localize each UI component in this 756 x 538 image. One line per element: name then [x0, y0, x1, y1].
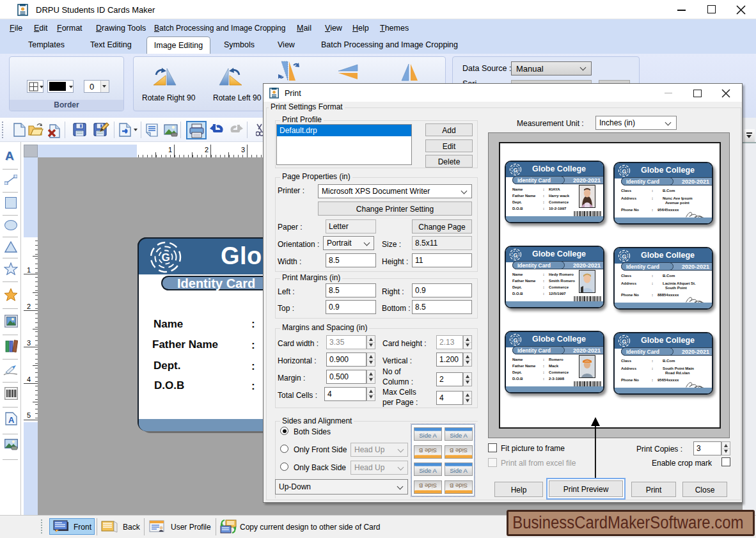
- svg-text:G: G: [513, 337, 517, 344]
- svg-text:G: G: [622, 338, 626, 345]
- svg-text:G: G: [513, 252, 517, 258]
- svg-text:G: G: [622, 253, 626, 260]
- svg-text:A: A: [8, 415, 15, 425]
- svg-text:G: G: [513, 167, 517, 173]
- svg-text:G: G: [161, 251, 169, 264]
- svg-text:G: G: [622, 168, 626, 175]
